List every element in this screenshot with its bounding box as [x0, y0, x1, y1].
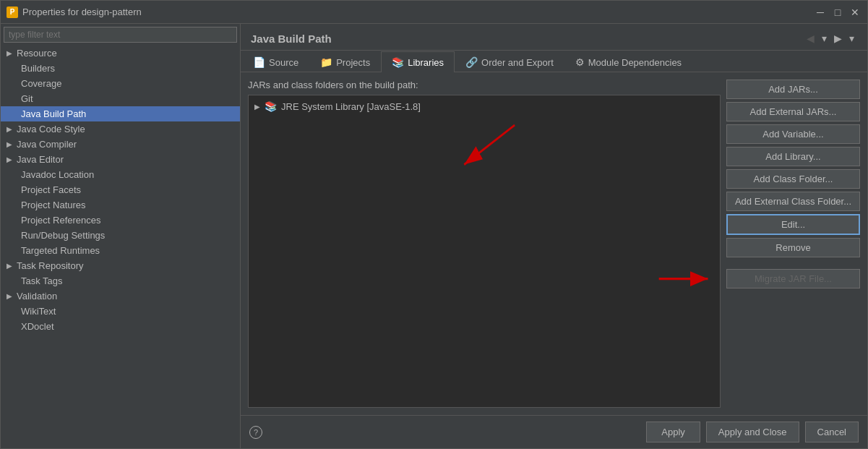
tab-libraries-label: Libraries	[408, 57, 444, 68]
tab-projects-label: Projects	[336, 57, 370, 68]
sidebar-item-label: Java Code Style	[17, 124, 85, 134]
nav-forward-dropdown-button[interactable]: ▾	[846, 31, 857, 46]
sidebar-item-project-facets[interactable]: Project Facets	[1, 182, 240, 197]
sidebar-item-coverage[interactable]: Coverage	[1, 76, 240, 91]
expand-arrow: ▶	[7, 125, 12, 133]
add-jars-button[interactable]: Add JARs...	[726, 80, 860, 99]
maximize-button[interactable]: □	[831, 6, 844, 19]
window-title: Properties for design-pattern	[22, 7, 814, 17]
sidebar-item-java-code-style[interactable]: ▶ Java Code Style	[1, 121, 240, 137]
sidebar-item-label: Validation	[17, 291, 57, 302]
sidebar-item-label: Project References	[21, 215, 101, 226]
sidebar-item-label: Project Facets	[21, 184, 81, 195]
expand-arrow: ▶	[254, 103, 260, 111]
sidebar-item-git[interactable]: Git	[1, 91, 240, 106]
libraries-tab-icon: 📚	[392, 56, 404, 68]
close-button[interactable]: ✕	[848, 6, 861, 19]
sidebar-item-builders[interactable]: Builders	[1, 61, 240, 76]
tab-projects[interactable]: 📁 Projects	[309, 51, 381, 72]
expand-arrow: ▶	[7, 155, 12, 163]
sidebar-item-run-debug-settings[interactable]: Run/Debug Settings	[1, 228, 240, 243]
window-icon: P	[7, 7, 18, 18]
expand-arrow: ▶	[7, 292, 12, 300]
sidebar-item-label: Run/Debug Settings	[21, 230, 105, 241]
panel-header: Java Build Path ◀ ▾ ▶ ▾	[241, 24, 867, 51]
nav-back-button[interactable]: ◀	[804, 31, 817, 46]
sidebar-item-label: Java Compiler	[17, 139, 77, 150]
tab-source-label: Source	[269, 57, 298, 68]
panel-title: Java Build Path	[251, 33, 332, 45]
remove-button[interactable]: Remove	[726, 238, 860, 257]
sidebar-item-task-tags[interactable]: Task Tags	[1, 273, 240, 288]
sidebar-item-label: Java Build Path	[21, 108, 86, 119]
add-library-button[interactable]: Add Library...	[726, 147, 860, 166]
sidebar: ▶ Resource Builders Coverage Git Java Bu…	[1, 24, 241, 448]
tab-module-dependencies[interactable]: ⚙ Module Dependencies	[564, 51, 692, 72]
projects-tab-icon: 📁	[320, 56, 332, 68]
sidebar-item-validation[interactable]: ▶ Validation	[1, 288, 240, 304]
apply-and-close-button[interactable]: Apply and Close	[706, 422, 799, 442]
titlebar: P Properties for design-pattern ─ □ ✕	[1, 1, 867, 24]
sidebar-item-xdoclet[interactable]: XDoclet	[1, 319, 240, 334]
action-buttons: Add JARs... Add External JARs... Add Var…	[726, 80, 860, 408]
expand-arrow: ▶	[7, 140, 12, 148]
sidebar-item-resource[interactable]: ▶ Resource	[1, 46, 240, 61]
edit-button[interactable]: Edit...	[726, 214, 860, 235]
build-path-area: JARs and class folders on the build path…	[248, 80, 721, 408]
add-variable-button[interactable]: Add Variable...	[726, 124, 860, 144]
sidebar-item-label: Java Editor	[17, 154, 64, 165]
build-path-label: JARs and class folders on the build path…	[248, 80, 721, 90]
source-tab-icon: 📄	[253, 56, 265, 68]
tab-order-export[interactable]: 🔗 Order and Export	[455, 51, 564, 72]
sidebar-item-label: Task Repository	[17, 260, 83, 271]
nav-arrows: ◀ ▾ ▶ ▾	[804, 31, 857, 46]
cancel-button[interactable]: Cancel	[805, 422, 859, 442]
sidebar-item-project-natures[interactable]: Project Natures	[1, 197, 240, 213]
apply-button[interactable]: Apply	[646, 422, 700, 442]
bottom-bar: ? Apply Apply and Close Cancel	[241, 415, 867, 448]
tab-order-export-label: Order and Export	[481, 57, 554, 68]
right-panel: Java Build Path ◀ ▾ ▶ ▾ 📄 Source 📁 Proje…	[241, 24, 867, 448]
nav-dropdown-button[interactable]: ▾	[819, 31, 830, 46]
tab-libraries[interactable]: 📚 Libraries	[381, 51, 455, 72]
tab-source[interactable]: 📄 Source	[242, 51, 309, 72]
sidebar-item-wikitext[interactable]: WikiText	[1, 304, 240, 319]
main-content: ▶ Resource Builders Coverage Git Java Bu…	[1, 24, 867, 448]
window-controls: ─ □ ✕	[814, 6, 861, 19]
panel-body-wrapper: JARs and class folders on the build path…	[241, 72, 867, 415]
tab-module-dependencies-label: Module Dependencies	[588, 57, 682, 68]
sidebar-item-label: Javadoc Location	[21, 169, 94, 180]
sidebar-item-label: Targeted Runtimes	[21, 245, 100, 256]
nav-forward-button[interactable]: ▶	[831, 31, 845, 46]
sidebar-item-java-compiler[interactable]: ▶ Java Compiler	[1, 137, 240, 152]
main-window: P Properties for design-pattern ─ □ ✕ ▶ …	[0, 0, 868, 449]
sidebar-item-label: Project Natures	[21, 200, 86, 210]
bottom-right-buttons: Apply Apply and Close Cancel	[646, 422, 859, 442]
minimize-button[interactable]: ─	[814, 6, 827, 19]
library-item-jre[interactable]: ▶ 📚 JRE System Library [JavaSE-1.8]	[249, 98, 720, 114]
sidebar-item-label: Resource	[17, 48, 57, 59]
build-path-list[interactable]: ▶ 📚 JRE System Library [JavaSE-1.8]	[248, 95, 721, 408]
migrate-jar-button[interactable]: Migrate JAR File...	[726, 269, 860, 288]
add-external-jars-button[interactable]: Add External JARs...	[726, 102, 860, 121]
help-button[interactable]: ?	[249, 426, 262, 439]
sidebar-item-targeted-runtimes[interactable]: Targeted Runtimes	[1, 243, 240, 258]
module-tab-icon: ⚙	[575, 56, 585, 68]
sidebar-item-label: Builders	[21, 63, 55, 74]
tabs-bar: 📄 Source 📁 Projects 📚 Libraries 🔗 Order …	[241, 51, 867, 72]
filter-input[interactable]	[4, 27, 237, 43]
sidebar-item-task-repository[interactable]: ▶ Task Repository	[1, 258, 240, 273]
add-external-class-folder-button[interactable]: Add External Class Folder...	[726, 192, 860, 211]
sidebar-item-javadoc-location[interactable]: Javadoc Location	[1, 167, 240, 182]
sidebar-item-label: Task Tags	[21, 275, 63, 286]
sidebar-item-label: XDoclet	[21, 321, 54, 332]
expand-arrow: ▶	[7, 262, 12, 270]
sidebar-item-label: WikiText	[21, 306, 56, 317]
sidebar-item-project-references[interactable]: Project References	[1, 213, 240, 228]
sidebar-item-java-editor[interactable]: ▶ Java Editor	[1, 152, 240, 167]
sidebar-item-java-build-path[interactable]: Java Build Path	[1, 106, 240, 121]
add-class-folder-button[interactable]: Add Class Folder...	[726, 169, 860, 189]
library-icon: 📚	[265, 101, 277, 112]
order-tab-icon: 🔗	[465, 56, 478, 68]
sidebar-item-label: Git	[21, 93, 33, 104]
